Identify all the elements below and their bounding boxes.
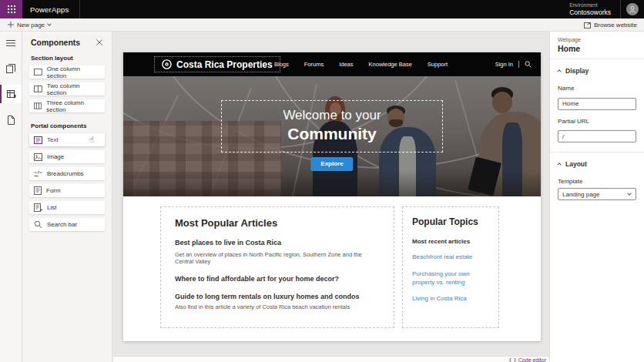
- topic-link[interactable]: Living in Costa Rica: [412, 295, 489, 303]
- article-item-title[interactable]: Where to find affordable art for your ho…: [175, 275, 380, 283]
- section-layout-group-label: Section layout: [22, 49, 112, 65]
- add-icon: [8, 22, 14, 28]
- portal-components-group-label: Portal components: [22, 116, 112, 133]
- code-editor-button[interactable]: Code editor: [509, 357, 546, 362]
- rail-item-pages[interactable]: [0, 59, 22, 78]
- component-three-column-section[interactable]: Three column section: [29, 99, 105, 112]
- partial-url-input[interactable]: [558, 130, 636, 142]
- name-input[interactable]: [558, 98, 636, 110]
- app-top-bar: PowerApps Environment Contosoworks: [0, 0, 644, 18]
- hero-line-1: Welcome to your: [222, 108, 442, 123]
- topic-link[interactable]: Purchasing your own property vs. renting: [412, 270, 489, 287]
- components-panel: Components Section layout One column sec…: [22, 32, 112, 362]
- browse-website-icon: [584, 22, 591, 28]
- browse-website-button[interactable]: Browse website: [584, 22, 644, 28]
- component-search-bar[interactable]: Search bar: [29, 218, 105, 231]
- design-canvas: Costa Rica Properties Blogs Forums Ideas…: [113, 32, 549, 362]
- components-panel-title: Components: [31, 38, 80, 47]
- component-one-column-section[interactable]: One column section: [29, 65, 105, 79]
- two-column-icon: [34, 85, 42, 92]
- article-item-title[interactable]: Guide to long term rentals on luxury hom…: [175, 293, 380, 300]
- webpage-preview: Costa Rica Properties Blogs Forums Ideas…: [123, 52, 541, 341]
- component-label: Three column section: [46, 99, 100, 113]
- browse-website-label: Browse website: [594, 22, 637, 28]
- nav-link-ideas[interactable]: Ideas: [339, 61, 353, 68]
- topics-subtitle: Most recent articles: [412, 238, 489, 245]
- component-label: Two column section: [47, 82, 100, 96]
- user-avatar[interactable]: [626, 3, 639, 15]
- breadcrumbs-icon: [34, 170, 42, 178]
- layout-section-header[interactable]: Layout: [558, 158, 636, 170]
- properties-panel: Webpage Home Display Name Partial URL La…: [549, 32, 644, 362]
- nav-link-support[interactable]: Support: [428, 61, 448, 68]
- template-field-label: Template: [558, 178, 636, 185]
- site-logo-block[interactable]: Costa Rica Properties: [154, 56, 280, 72]
- component-text[interactable]: Text ☝: [29, 133, 105, 146]
- component-label: Search bar: [47, 221, 77, 228]
- template-select[interactable]: Landing page: [558, 188, 636, 200]
- popular-topics-card[interactable]: Popular Topics Most recent articles Beac…: [402, 206, 499, 328]
- text-icon: [34, 136, 42, 144]
- component-list[interactable]: List: [29, 201, 105, 214]
- hand-cursor-icon: ☝: [89, 136, 94, 144]
- component-image[interactable]: Image: [29, 150, 105, 163]
- rail-item-source-code[interactable]: [0, 111, 22, 129]
- one-column-icon: [34, 69, 42, 75]
- component-label: Form: [46, 187, 61, 194]
- hero-text-block[interactable]: Welcome to your Community: [221, 100, 443, 153]
- waffle-icon: [8, 5, 15, 13]
- nav-link-blogs[interactable]: Blogs: [274, 61, 289, 68]
- component-label: List: [47, 204, 56, 211]
- display-section-label: Display: [565, 67, 589, 75]
- explore-button[interactable]: Explore: [310, 157, 353, 171]
- canvas-footer-bar: Code editor: [113, 356, 549, 362]
- component-label: Breadcrumbs: [47, 170, 84, 177]
- file-icon: [7, 116, 15, 125]
- code-editor-label: Code editor: [518, 357, 546, 362]
- component-label: One column section: [47, 65, 100, 79]
- article-item-desc: Also find in this article a variety of C…: [175, 303, 380, 310]
- component-two-column-section[interactable]: Two column section: [29, 82, 105, 96]
- article-item-title[interactable]: Best places to live in Costa Rica: [175, 239, 380, 246]
- entity-name: Home: [558, 44, 636, 53]
- nav-link-knowledge-base[interactable]: Knowledge Base: [369, 61, 412, 68]
- component-form[interactable]: Form: [29, 184, 105, 197]
- component-breadcrumbs[interactable]: Breadcrumbs: [29, 167, 105, 180]
- three-column-icon: [34, 102, 42, 109]
- form-icon: [34, 186, 42, 195]
- display-section-header[interactable]: Display: [558, 65, 636, 77]
- entity-type-label: Webpage: [558, 37, 636, 42]
- app-title: PowerApps: [30, 5, 69, 14]
- page-content-section: Most Popular Articles Best places to liv…: [123, 196, 541, 341]
- left-icon-rail: [0, 32, 22, 362]
- most-popular-articles-card[interactable]: Most Popular Articles Best places to liv…: [160, 206, 394, 328]
- appbar-divider-2: [620, 0, 621, 18]
- waffle-menu-button[interactable]: [0, 0, 22, 18]
- component-label: Text: [47, 136, 59, 143]
- chevron-down-icon: [47, 22, 52, 26]
- component-label: Image: [47, 153, 64, 160]
- site-nav: Blogs Forums Ideas Knowledge Base Suppor…: [274, 52, 532, 76]
- sign-in-link[interactable]: Sign In: [495, 61, 513, 68]
- rail-item-components[interactable]: [0, 85, 22, 103]
- site-search-icon[interactable]: [525, 61, 532, 68]
- hamburger-icon: [6, 39, 15, 47]
- person-icon: [629, 5, 636, 13]
- article-item-desc: Get an overview of places in North Pacif…: [175, 251, 380, 265]
- menu-toggle-button[interactable]: [0, 34, 22, 52]
- nav-link-forums[interactable]: Forums: [304, 61, 324, 68]
- environment-picker[interactable]: Environment Contosoworks: [569, 2, 620, 16]
- command-bar: New page Browse website: [0, 18, 644, 32]
- hero-image: Welcome to your Community Explore: [123, 76, 541, 196]
- new-page-button[interactable]: New page: [0, 18, 59, 31]
- topics-title: Popular Topics: [412, 216, 489, 227]
- site-brand-name: Costa Rica Properties: [176, 59, 273, 70]
- new-page-label: New page: [17, 22, 45, 28]
- components-icon: [7, 89, 16, 99]
- topic-link[interactable]: Beachfront real estate: [412, 253, 489, 262]
- close-icon: [96, 39, 102, 45]
- chevron-up-icon: [557, 69, 562, 74]
- image-icon: [34, 153, 42, 161]
- chevron-down-icon: [627, 191, 632, 196]
- close-panel-button[interactable]: [95, 38, 104, 47]
